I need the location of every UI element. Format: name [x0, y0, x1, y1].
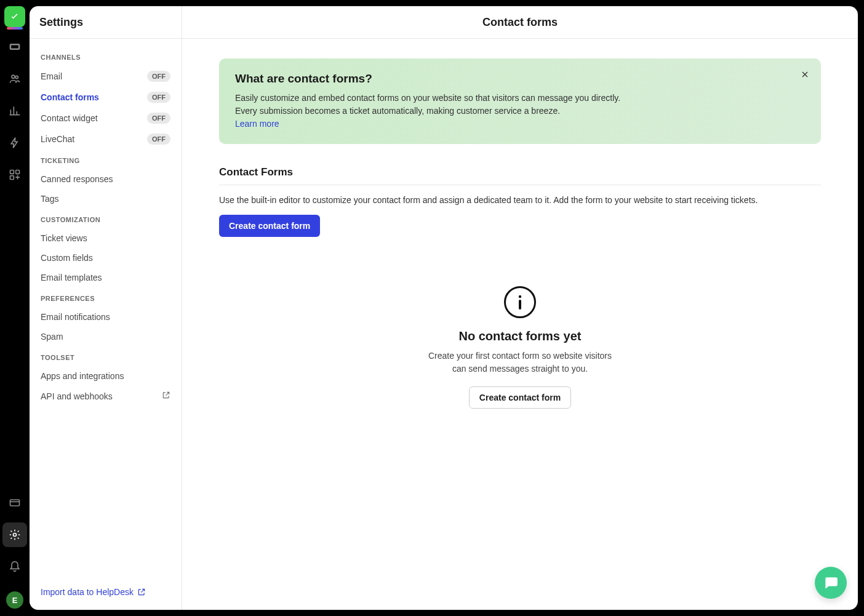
settings-icon[interactable]: [2, 522, 27, 547]
status-badge: OFF: [147, 71, 170, 82]
sidebar-item-email[interactable]: Email OFF: [38, 66, 173, 87]
user-avatar[interactable]: E: [6, 591, 23, 609]
sidebar-item-label: API and webhooks: [41, 391, 113, 401]
banner-learn-more-link[interactable]: Learn more: [235, 119, 279, 129]
header-title-left: Settings: [30, 6, 182, 38]
svg-point-2: [15, 76, 18, 78]
create-contact-form-button[interactable]: Create contact form: [219, 215, 320, 237]
svg-rect-9: [519, 300, 521, 310]
sidebar-item-canned-responses[interactable]: Canned responses: [38, 169, 173, 189]
svg-rect-4: [16, 170, 20, 174]
sidebar-item-custom-fields[interactable]: Custom fields: [38, 248, 173, 268]
sidebar-item-contact-forms[interactable]: Contact forms OFF: [38, 87, 173, 108]
banner-title: What are contact forms?: [235, 72, 805, 86]
settings-sidebar: CHANNELS Email OFF Contact forms OFF Con…: [30, 39, 182, 610]
header-title-main: Contact forms: [182, 6, 858, 38]
sidebar-item-label: Email notifications: [41, 312, 110, 322]
nav-rail: E: [0, 0, 30, 616]
empty-title: No contact forms yet: [459, 329, 582, 343]
tickets-icon[interactable]: [2, 34, 27, 59]
section-channels-label: CHANNELS: [41, 54, 170, 61]
sidebar-item-ticket-views[interactable]: Ticket views: [38, 228, 173, 248]
notifications-icon[interactable]: [2, 554, 27, 579]
sidebar-item-email-templates[interactable]: Email templates: [38, 268, 173, 287]
info-banner: What are contact forms? Easily customize…: [219, 58, 821, 144]
people-icon[interactable]: [2, 66, 27, 91]
sidebar-item-label: Apps and integrations: [41, 371, 124, 381]
content-area: What are contact forms? Easily customize…: [182, 39, 858, 610]
chat-fab[interactable]: [815, 567, 847, 599]
sidebar-item-livechat[interactable]: LiveChat OFF: [38, 129, 173, 150]
empty-state: No contact forms yet Create your first c…: [219, 286, 821, 409]
header: Settings Contact forms: [30, 6, 858, 39]
section-title: Contact Forms: [219, 166, 821, 178]
sidebar-item-label: Canned responses: [41, 174, 113, 184]
sidebar-item-label: LiveChat: [41, 134, 74, 144]
reports-icon[interactable]: [2, 98, 27, 123]
status-badge: OFF: [147, 134, 170, 145]
sidebar-item-label: Spam: [41, 332, 63, 342]
sidebar-item-label: Ticket views: [41, 233, 87, 243]
sidebar-item-email-notifications[interactable]: Email notifications: [38, 307, 173, 327]
status-badge: OFF: [147, 92, 170, 103]
billing-icon[interactable]: [2, 490, 27, 515]
svg-point-8: [519, 295, 521, 298]
sidebar-item-label: Contact forms: [41, 92, 99, 102]
app-logo[interactable]: [4, 6, 25, 27]
section-customization-label: CUSTOMIZATION: [41, 216, 170, 223]
chat-icon: [823, 575, 839, 591]
sidebar-item-label: Tags: [41, 194, 59, 204]
external-link-icon: [137, 588, 146, 596]
external-link-icon: [162, 391, 170, 401]
sidebar-item-label: Custom fields: [41, 253, 93, 263]
sidebar-item-label: Contact widget: [41, 113, 98, 123]
import-data-link[interactable]: Import data to HelpDesk: [41, 587, 146, 597]
section-preferences-label: PREFERENCES: [41, 295, 170, 302]
section-divider: [219, 185, 821, 185]
close-icon: [800, 70, 810, 79]
section-ticketing-label: TICKETING: [41, 157, 170, 164]
empty-create-contact-form-button[interactable]: Create contact form: [469, 386, 571, 409]
info-icon: [504, 286, 536, 318]
sidebar-item-label: Email templates: [41, 273, 102, 282]
main-window: Settings Contact forms CHANNELS Email OF…: [30, 6, 858, 610]
sidebar-item-contact-widget[interactable]: Contact widget OFF: [38, 108, 173, 129]
section-toolset-label: TOOLSET: [41, 354, 170, 361]
status-badge: OFF: [147, 113, 170, 124]
svg-point-7: [14, 534, 17, 537]
banner-close-button[interactable]: [798, 67, 812, 82]
automation-icon[interactable]: [2, 130, 27, 155]
sidebar-item-spam[interactable]: Spam: [38, 327, 173, 346]
apps-icon[interactable]: [2, 162, 27, 187]
sidebar-item-tags[interactable]: Tags: [38, 189, 173, 209]
svg-point-1: [12, 75, 15, 78]
svg-rect-5: [10, 176, 14, 180]
import-data-label: Import data to HelpDesk: [41, 587, 134, 597]
sidebar-item-apps-integrations[interactable]: Apps and integrations: [38, 366, 173, 386]
sidebar-item-label: Email: [41, 71, 62, 81]
section-description: Use the built-in editor to customize you…: [219, 195, 821, 205]
sidebar-item-api-webhooks[interactable]: API and webhooks: [38, 386, 173, 406]
empty-description: Create your first contact form so websit…: [428, 350, 612, 375]
svg-rect-6: [10, 500, 20, 506]
svg-rect-3: [10, 170, 14, 174]
banner-body: Easily customize and embed contact forms…: [235, 93, 620, 116]
